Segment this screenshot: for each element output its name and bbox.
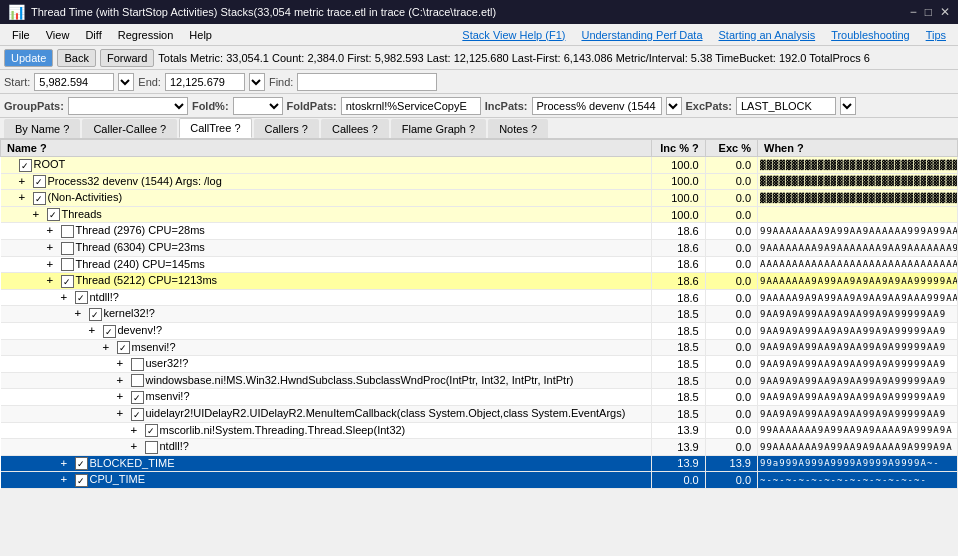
start-select[interactable]	[118, 73, 134, 91]
table-row[interactable]: +✓mscorlib.ni!System.Threading.Thread.Sl…	[1, 422, 958, 439]
expand-icon[interactable]: +	[117, 390, 131, 403]
start-input[interactable]	[34, 73, 114, 91]
tab-flame-graph[interactable]: Flame Graph ?	[391, 119, 486, 138]
table-scroll-container[interactable]: Name ? Inc % ? Exc % When ? ✓ROOT100.00.…	[0, 139, 958, 509]
menu-view[interactable]: View	[38, 27, 78, 43]
row-checkbox[interactable]: ✓	[75, 457, 88, 470]
row-checkbox[interactable]: ✓	[75, 474, 88, 487]
menu-help[interactable]: Help	[181, 27, 220, 43]
find-input[interactable]	[297, 73, 437, 91]
forward-button[interactable]: Forward	[100, 49, 154, 67]
table-row[interactable]: +✓uidelayr2!UIDelayR2.UIDelayR2.MenuItem…	[1, 405, 958, 422]
group-pats-select[interactable]	[68, 97, 188, 115]
expand-icon[interactable]: +	[117, 357, 131, 370]
tab-callees[interactable]: Callees ?	[321, 119, 389, 138]
table-row[interactable]: +✓Process32 devenv (1544) Args: /log100.…	[1, 173, 958, 190]
table-row[interactable]: +✓devenv!?18.50.09AA9A9A99AA9A9AA99A9A99…	[1, 322, 958, 339]
end-input[interactable]	[165, 73, 245, 91]
expand-icon[interactable]: +	[131, 440, 145, 453]
row-checkbox[interactable]	[145, 441, 158, 454]
inc-pats-select[interactable]	[666, 97, 682, 115]
expand-icon[interactable]: +	[61, 473, 75, 486]
table-row[interactable]: +✓msenvi!?18.50.09AA9A9A99AA9A9AA99A9A99…	[1, 389, 958, 406]
col-name[interactable]: Name ?	[1, 140, 652, 157]
menu-link-starting-analysis[interactable]: Starting an Analysis	[711, 27, 824, 43]
fold-percent-select[interactable]	[233, 97, 283, 115]
minimize-button[interactable]: −	[910, 5, 917, 19]
row-checkbox[interactable]: ✓	[117, 341, 130, 354]
expand-icon[interactable]: +	[19, 175, 33, 188]
expand-icon[interactable]: +	[47, 274, 61, 287]
exc-pats-input[interactable]	[736, 97, 836, 115]
maximize-button[interactable]: □	[925, 5, 932, 19]
col-when[interactable]: When ?	[758, 140, 958, 157]
row-checkbox[interactable]: ✓	[131, 391, 144, 404]
expand-icon[interactable]: +	[117, 374, 131, 387]
expand-icon[interactable]: +	[61, 291, 75, 304]
row-checkbox[interactable]: ✓	[33, 175, 46, 188]
row-checkbox[interactable]: ✓	[89, 308, 102, 321]
update-button[interactable]: Update	[4, 49, 53, 67]
menu-regression[interactable]: Regression	[110, 27, 182, 43]
expand-icon[interactable]: +	[61, 457, 75, 470]
menu-link-stack-view-help[interactable]: Stack View Help (F1)	[454, 27, 573, 43]
table-row[interactable]: +ntdll!?13.90.099AAAAAAA9A99AA9A9AAAA9A9…	[1, 439, 958, 456]
table-row[interactable]: +✓CPU_TIME0.00.0~-~-~-~-~-~-~-~-~-~-~-~-…	[1, 472, 958, 489]
expand-icon[interactable]: +	[47, 241, 61, 254]
row-checkbox[interactable]	[131, 374, 144, 387]
exc-pats-select[interactable]	[840, 97, 856, 115]
row-checkbox[interactable]: ✓	[61, 275, 74, 288]
table-row[interactable]: +✓BLOCKED_TIME13.913.999a999A999A9999A99…	[1, 455, 958, 472]
row-checkbox[interactable]: ✓	[145, 424, 158, 437]
table-row[interactable]: +Thread (6304) CPU=23ms18.60.09AAAAAAAA9…	[1, 239, 958, 256]
tab-notes[interactable]: Notes ?	[488, 119, 548, 138]
table-row[interactable]: +✓msenvi!?18.50.09AA9A9A99AA9A9AA99A9A99…	[1, 339, 958, 356]
menu-file[interactable]: File	[4, 27, 38, 43]
row-checkbox[interactable]	[61, 258, 74, 271]
expand-icon[interactable]: +	[89, 324, 103, 337]
expand-icon[interactable]: +	[19, 191, 33, 204]
table-row[interactable]: +windowsbase.ni!MS.Win32.HwndSubclass.Su…	[1, 372, 958, 389]
row-checkbox[interactable]: ✓	[33, 192, 46, 205]
tab-by-name[interactable]: By Name ?	[4, 119, 80, 138]
table-row[interactable]: +✓ntdll!?18.60.09AAAAA9A9A99AA9A9AA9AA9A…	[1, 289, 958, 306]
expand-icon[interactable]: +	[131, 424, 145, 437]
row-checkbox[interactable]: ✓	[47, 208, 60, 221]
back-button[interactable]: Back	[57, 49, 95, 67]
table-row[interactable]: +user32!?18.50.09AA9A9A99AA9A9AA99A9A999…	[1, 356, 958, 373]
tab-caller-callee[interactable]: Caller-Callee ?	[82, 119, 177, 138]
close-button[interactable]: ✕	[940, 5, 950, 19]
table-row[interactable]: ✓ROOT100.00.0▓▓▓▓▓▓▓▓▓▓▓▓▓▓▓▓▓▓▓▓▓▓▓▓▓▓▓…	[1, 157, 958, 174]
row-checkbox[interactable]: ✓	[75, 291, 88, 304]
col-inc-pct[interactable]: Inc % ?	[651, 140, 705, 157]
inc-pats-input[interactable]	[532, 97, 662, 115]
row-checkbox[interactable]: ✓	[131, 408, 144, 421]
menu-diff[interactable]: Diff	[77, 27, 109, 43]
end-select[interactable]	[249, 73, 265, 91]
table-row[interactable]: +Thread (2976) CPU=28ms18.60.099AAAAAAAA…	[1, 223, 958, 240]
table-row[interactable]: +Thread (240) CPU=145ms18.60.0AAAAAAAAAA…	[1, 256, 958, 273]
tab-callers[interactable]: Callers ?	[254, 119, 319, 138]
menu-link-tips[interactable]: Tips	[918, 27, 954, 43]
table-row[interactable]: +✓Thread (5212) CPU=1213ms18.60.09AAAAAA…	[1, 273, 958, 290]
expand-icon[interactable]: +	[75, 307, 89, 320]
col-exc-pct[interactable]: Exc %	[705, 140, 757, 157]
expand-icon[interactable]: +	[103, 341, 117, 354]
row-checkbox[interactable]	[131, 358, 144, 371]
row-checkbox[interactable]: ✓	[19, 159, 32, 172]
toolbar-row1: Update Back Forward Totals Metric: 33,05…	[0, 46, 958, 70]
expand-icon[interactable]: +	[47, 258, 61, 271]
expand-icon[interactable]: +	[117, 407, 131, 420]
expand-icon[interactable]: +	[47, 224, 61, 237]
menu-link-troubleshooting[interactable]: Troubleshooting	[823, 27, 917, 43]
row-checkbox[interactable]	[61, 225, 74, 238]
row-checkbox[interactable]: ✓	[103, 325, 116, 338]
row-checkbox[interactable]	[61, 242, 74, 255]
tab-calltree[interactable]: CallTree ?	[179, 118, 251, 138]
menu-link-understanding-perf[interactable]: Understanding Perf Data	[573, 27, 710, 43]
fold-pats-input[interactable]	[341, 97, 481, 115]
table-row[interactable]: +✓kernel32!?18.50.09AA9A9A99AA9A9AA99A9A…	[1, 306, 958, 323]
expand-icon[interactable]: +	[33, 208, 47, 221]
table-row[interactable]: +✓(Non-Activities)100.00.0▓▓▓▓▓▓▓▓▓▓▓▓▓▓…	[1, 190, 958, 207]
table-row[interactable]: +✓Threads100.00.0	[1, 206, 958, 223]
